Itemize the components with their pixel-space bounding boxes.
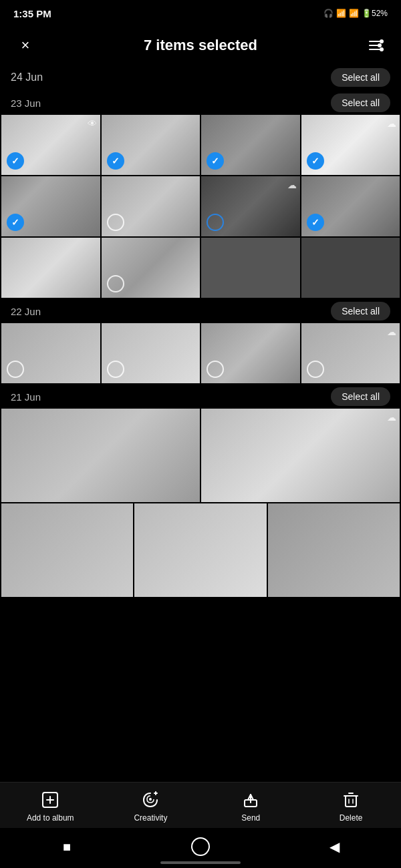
cloud-icon: ☁ <box>387 327 396 337</box>
photo-cell[interactable]: ☁ ✓ <box>301 115 400 175</box>
photo-cell[interactable] <box>102 238 200 298</box>
grid-22jun: ☁ <box>0 323 401 383</box>
status-icons: 🎧 📶 📶 🔋52% <box>323 9 388 18</box>
nav-home-button[interactable] <box>186 832 215 861</box>
signal-icon: 📶 <box>336 9 346 18</box>
date-label-21jun: 21 Jun <box>11 391 41 403</box>
filter-icon <box>368 37 384 53</box>
creativity-button[interactable]: Creativity <box>127 791 174 823</box>
date-label-24jun: 24 Jun <box>11 71 43 83</box>
page-title: 7 items selected <box>144 37 257 54</box>
grid-21jun: ☁ <box>0 409 401 502</box>
photo-cell[interactable] <box>268 503 400 597</box>
select-all-23jun[interactable]: Select all <box>331 93 390 112</box>
photo-cell[interactable] <box>134 503 266 597</box>
delete-label: Delete <box>340 813 363 823</box>
photo-cell[interactable]: ✓ <box>102 115 200 175</box>
select-indicator-empty[interactable] <box>107 275 124 292</box>
select-indicator-empty[interactable] <box>107 214 124 231</box>
svg-point-9 <box>149 798 152 801</box>
send-icon <box>241 791 260 809</box>
select-indicator[interactable]: ✓ <box>307 152 324 170</box>
select-all-22jun[interactable]: Select all <box>331 302 390 320</box>
delete-button[interactable]: Delete <box>327 791 374 823</box>
bottom-toolbar: Add to album Creativity Send Delete <box>0 782 401 828</box>
cloud-icon: ☁ <box>387 412 396 423</box>
send-button[interactable]: Send <box>227 791 274 823</box>
select-indicator-empty[interactable] <box>307 361 324 378</box>
svg-rect-12 <box>346 796 356 807</box>
select-indicator[interactable]: ✓ <box>7 152 24 170</box>
delete-icon <box>342 791 360 809</box>
nav-circle-icon <box>191 837 210 856</box>
status-time: 1:35 PM <box>13 8 51 19</box>
date-label-22jun: 22 Jun <box>11 306 41 317</box>
select-indicator[interactable]: ✓ <box>307 214 324 231</box>
photo-cell[interactable] <box>301 238 400 298</box>
select-all-24jun[interactable]: Select all <box>331 68 390 87</box>
wifi-icon: 📶 <box>349 9 359 18</box>
select-indicator[interactable]: ✓ <box>7 214 24 231</box>
svg-point-4 <box>378 43 382 47</box>
photo-cell[interactable] <box>1 409 200 502</box>
select-indicator-partial[interactable] <box>207 214 224 231</box>
photo-cell[interactable] <box>201 323 300 383</box>
cloud-icon: 👁 <box>88 118 97 129</box>
add-to-album-icon <box>41 791 59 809</box>
header: × 7 items selected <box>0 27 401 67</box>
svg-point-3 <box>380 39 384 43</box>
photo-cell[interactable]: ☁ <box>201 409 400 502</box>
photo-gallery: 24 Jun Select all 23 Jun Select all 👁 ✓ … <box>0 67 401 788</box>
nav-square-button[interactable]: ■ <box>52 832 82 861</box>
nav-bar: ■ ◀ <box>0 828 401 868</box>
photo-cell[interactable] <box>1 503 133 597</box>
photo-cell[interactable]: ✓ <box>201 115 300 175</box>
close-button[interactable]: × <box>13 33 37 57</box>
svg-point-5 <box>380 47 384 51</box>
select-indicator[interactable]: ✓ <box>107 152 124 170</box>
send-label: Send <box>241 813 260 823</box>
section-24jun-header: 24 Jun Select all <box>0 67 401 89</box>
add-to-album-label: Add to album <box>27 813 74 823</box>
select-all-21jun[interactable]: Select all <box>331 387 390 406</box>
date-label-23jun: 23 Jun <box>11 97 41 109</box>
creativity-label: Creativity <box>134 813 167 823</box>
add-to-album-button[interactable]: Add to album <box>27 791 74 823</box>
photo-cell[interactable]: ☁ <box>201 176 300 236</box>
section-21jun-header: 21 Jun Select all <box>0 383 401 409</box>
select-indicator-empty[interactable] <box>7 361 24 378</box>
select-indicator[interactable]: ✓ <box>207 152 224 170</box>
photo-cell[interactable] <box>201 238 300 298</box>
battery-icon: 🔋52% <box>362 9 388 18</box>
cloud-icon: ☁ <box>387 118 396 129</box>
photo-cell[interactable] <box>102 323 200 383</box>
grid-23jun: 👁 ✓ ✓ ✓ ☁ ✓ ✓ ☁ <box>0 115 401 298</box>
status-bar: 1:35 PM 🎧 📶 📶 🔋52% <box>0 0 401 27</box>
grid-21jun-bottom <box>0 503 401 597</box>
home-indicator <box>160 861 241 864</box>
photo-cell[interactable]: ☁ <box>301 323 400 383</box>
creativity-icon <box>141 791 160 809</box>
photo-cell[interactable] <box>1 323 100 383</box>
section-23jun-header: 23 Jun Select all <box>0 89 401 115</box>
photo-cell[interactable]: ✓ <box>301 176 400 236</box>
section-22jun-header: 22 Jun Select all <box>0 298 401 323</box>
nav-back-button[interactable]: ◀ <box>319 832 349 861</box>
photo-cell[interactable]: 👁 ✓ <box>1 115 100 175</box>
photo-cell[interactable] <box>102 176 200 236</box>
nav-back-icon: ◀ <box>329 839 340 855</box>
cloud-icon: ☁ <box>287 180 297 190</box>
nav-square-icon: ■ <box>63 839 71 855</box>
select-indicator-empty[interactable] <box>107 361 124 378</box>
photo-cell[interactable] <box>1 238 100 298</box>
headphone-icon: 🎧 <box>323 9 333 18</box>
filter-button[interactable] <box>364 33 388 57</box>
select-indicator-empty[interactable] <box>207 361 224 378</box>
photo-cell[interactable]: ✓ <box>1 176 100 236</box>
close-icon: × <box>21 37 30 54</box>
